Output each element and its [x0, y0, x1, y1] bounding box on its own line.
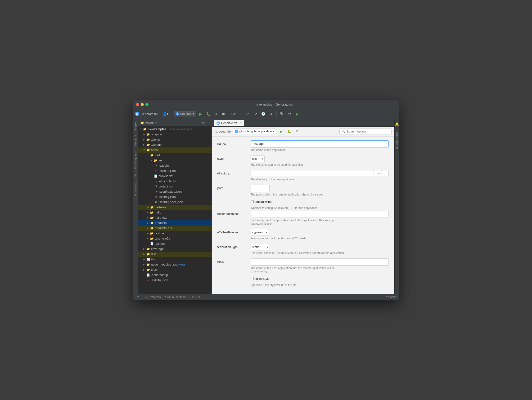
list-item[interactable]: ▶ ● .eslintrc.json — [138, 278, 211, 283]
statusbar-problems[interactable]: ⚠ Problems — [145, 295, 161, 299]
debug-generator-btn[interactable]: 🐛 — [286, 128, 292, 134]
user-icon-btn[interactable]: 👤▾ — [163, 111, 169, 117]
list-item[interactable]: ▶ 📁 cart-e2e — [138, 205, 211, 210]
git-history-icon[interactable]: 🕐 — [260, 111, 266, 117]
list-item[interactable]: ▶ ⚙ tsconfig.app.json — [138, 189, 211, 194]
statusbar-todo[interactable]: ☰ TODO — [188, 295, 200, 299]
host-input[interactable] — [251, 258, 389, 266]
vert-tab-notifications[interactable]: 🔔 — [394, 119, 399, 130]
maximize-button[interactable] — [146, 103, 149, 106]
filetree-settings-icon[interactable]: ⚙ — [202, 120, 205, 125]
tree-item-label: .eslintrc.json — [159, 169, 176, 173]
addtailwind-checkbox[interactable] — [251, 200, 254, 203]
tab-generate-nx[interactable]: G Generate.nx ✕ — [214, 120, 244, 126]
debug-button[interactable]: 🐛 — [205, 111, 211, 117]
close-button[interactable] — [136, 103, 139, 106]
run-button[interactable]: ▶ — [197, 111, 204, 117]
list-item[interactable]: ▶ ts jest.config.ts — [138, 179, 211, 184]
list-item[interactable]: ▶ 📂 tools — [138, 267, 211, 272]
list-item[interactable]: ▶ 📂 testme-e2e — [138, 236, 211, 241]
git-label: Git: — [231, 112, 236, 116]
sidebar-label-pull-requests[interactable]: Pull Requests — [133, 149, 138, 171]
coverage-button[interactable]: ⊞ — [213, 111, 219, 117]
list-item[interactable]: ▶ 📂 testme — [138, 231, 211, 236]
tree-arrow: ▶ — [147, 222, 150, 224]
list-item[interactable]: ▶ 📁 products-e2e — [138, 225, 211, 231]
toolbar-separator-3 — [229, 112, 229, 116]
style-select[interactable]: css scss sass less — [251, 156, 265, 162]
git-push-icon[interactable]: ↗ — [253, 111, 259, 117]
statusbar-branch[interactable]: ⎇ master — [384, 295, 397, 299]
branch-icon: ⎇ — [384, 295, 387, 299]
list-item[interactable]: ▶ 📂 .circleci — [138, 137, 211, 142]
list-item[interactable]: ▶ 📂 .angular — [138, 132, 211, 137]
list-item[interactable]: ▶ ⚙ .babelrc — [138, 163, 211, 168]
todo-icon: ☰ — [188, 295, 191, 299]
copy-generator-btn[interactable]: ⧉ — [294, 128, 300, 134]
tree-root[interactable]: ▼ 📁 nx-examples ~/idea/nx-examples — [138, 127, 211, 132]
directory-dropdown[interactable] — [374, 170, 381, 177]
list-item[interactable]: ▶ 📁 dist — [138, 252, 211, 257]
list-item[interactable]: ▼ 📁 cart — [138, 153, 211, 158]
vert-tab-nx-dep-graph[interactable]: Nx Dep Graph — [395, 130, 399, 152]
list-item[interactable]: ▶ ● .eslintrc.json — [138, 168, 211, 174]
list-item[interactable]: ▶ 📂 hello — [138, 210, 211, 215]
directory-input[interactable] — [251, 170, 373, 177]
list-item[interactable]: ▶ 📄 .editorconfig — [138, 272, 211, 278]
folder-icon-orange: 📁 — [150, 206, 154, 209]
folder-icon: 📂 — [150, 237, 154, 240]
statusbar-sidebar-toggle[interactable]: ⊞ — [135, 294, 141, 300]
list-item[interactable]: ▶ ⚙ tsconfig.json — [138, 194, 211, 200]
tree-item-label: tsconfig.spec.json — [159, 200, 183, 204]
run-generator-btn[interactable]: ▶ — [278, 128, 284, 134]
list-item[interactable]: ▶ 📁 node_modules library root — [138, 262, 211, 267]
backendproject-input[interactable] — [251, 211, 389, 218]
filetree-collapse-icon[interactable]: ─ — [206, 120, 209, 125]
list-item[interactable]: ▶ 📂 coverage — [138, 246, 211, 252]
list-item[interactable]: ▶ 📂 hello-e2e — [138, 215, 211, 220]
app-logo: G — [135, 112, 139, 116]
federationtype-select[interactable]: static dynamic — [251, 244, 270, 250]
sidebar-label-project[interactable]: Project — [133, 119, 138, 133]
list-item[interactable]: ▶ ⚙ project.json — [138, 184, 211, 189]
list-item[interactable]: ▶ 📄 .gitkeep — [138, 241, 211, 246]
git-commit-icon[interactable]: ✓ — [238, 111, 244, 117]
statusbar-todo-label: TODO — [192, 295, 200, 299]
generator-dropdown[interactable]: G @nrwl/angular:application ▾ — [233, 129, 276, 134]
settings-icon-btn[interactable]: ⚙ — [287, 111, 293, 117]
statusbar-terminal[interactable]: ▶ Terminal — [172, 295, 186, 299]
folder-icon-root: 📁 — [143, 127, 147, 131]
sidebar-label-bookmarks[interactable]: Bookmarks — [133, 179, 138, 198]
inlinestyle-checkbox[interactable] — [251, 277, 254, 280]
search-option-field[interactable]: 🔍 — [339, 129, 392, 134]
search-icon-btn[interactable]: 🔍 — [279, 111, 285, 117]
search-option-input[interactable] — [347, 130, 389, 133]
list-item[interactable]: ▶ 📂 src — [138, 158, 211, 163]
tree-arrow: ▶ — [143, 138, 146, 141]
list-item[interactable]: ▶ 📂 .vscode — [138, 142, 211, 147]
nx-run-icon-btn[interactable]: ▶ — [294, 111, 300, 117]
tab-close-icon[interactable]: ✕ — [239, 121, 241, 125]
generate-form-area: name: The name of the application. style… — [212, 137, 394, 294]
e2etestrunner-select[interactable]: cypress none — [251, 229, 269, 236]
directory-browse-btn[interactable]: … — [382, 170, 389, 177]
list-item[interactable]: ▶ 📄 browserlist — [138, 174, 211, 179]
list-item-products[interactable]: ▶ 📁 products — [138, 220, 211, 225]
addtailwind-label: addTailwind — [256, 200, 272, 204]
statusbar-git[interactable]: ⎇ Git — [163, 295, 171, 299]
list-item[interactable]: ▼ 📁 apps — [138, 147, 211, 153]
chevron-down-icon: ▾ — [193, 112, 194, 115]
sidebar-label-structure[interactable]: Structure — [133, 132, 138, 149]
git-check-icon[interactable]: ✓ — [245, 111, 251, 117]
list-item[interactable]: ▶ 📊 libs — [138, 257, 211, 262]
tab-more-icon[interactable]: ⋮ — [387, 121, 393, 126]
git-revert-icon[interactable]: ↺ — [268, 111, 274, 117]
build-config-dropdown[interactable]: G cart:build ▾ — [174, 111, 196, 116]
port-input[interactable] — [251, 185, 270, 192]
list-item[interactable]: ▶ ⚙ tsconfig.spec.json — [138, 200, 211, 205]
stop-button[interactable]: ⏹ — [220, 111, 227, 117]
folder-icon: 📁 — [140, 121, 144, 125]
sidebar-label-nx[interactable]: Nx — [133, 171, 138, 179]
minimize-button[interactable] — [141, 103, 144, 106]
name-input[interactable] — [251, 140, 389, 147]
